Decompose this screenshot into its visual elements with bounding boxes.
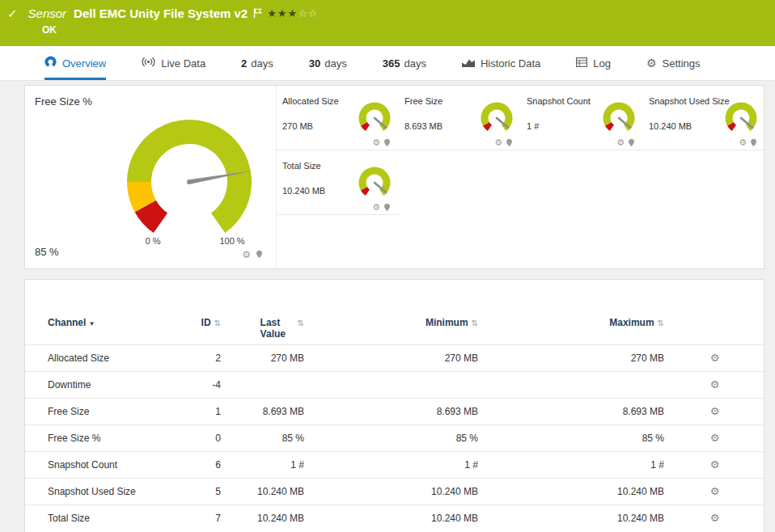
mini-gauge-dial [357,165,392,197]
column-header-maximum[interactable]: Maximum⇅ [480,302,664,344]
table-row: Snapshot Count 6 1 # 1 # 1 # ⚙ [25,451,765,478]
channel-last-value: 10.240 MB [226,505,308,531]
gauge-gear-icon[interactable]: ⚙ [616,138,625,148]
status-check-icon: ✓ [7,6,18,21]
tab-historic-data[interactable]: Historic Data [462,46,540,80]
channel-last-value: 85 % [226,424,308,451]
mini-gauge-title: Free Size [404,96,443,106]
channel-id: 7 [195,505,226,531]
mini-gauge-value: 10.240 MB [282,186,325,196]
overview-gauge-icon [44,56,57,70]
tab-365-days-number: 365 [383,57,400,70]
channel-id: -4 [195,371,226,398]
tab-overview-label: Overview [62,57,106,70]
channel-id: 5 [195,478,226,505]
sensor-status-badge: OK [42,24,57,36]
channel-minimum: 270 MB [308,344,480,371]
channel-name: Total Size [25,505,195,531]
sensor-title: Dell EMC Unity File System v2 [74,6,248,21]
settings-gear-icon: ⚙ [646,57,657,70]
mini-gauge-value: 10.240 MB [649,121,692,131]
channel-settings-icon[interactable]: ⚙ [710,458,720,471]
channel-maximum [480,371,664,398]
tab-overview[interactable]: Overview [44,46,106,80]
tab-log[interactable]: Log [576,46,611,80]
tab-bar: Overview Live Data 2 days 30 days 365 da… [0,46,775,81]
mini-gauge-dial [357,100,392,133]
tab-settings[interactable]: ⚙ Settings [646,46,701,80]
gauge-gear-icon[interactable]: ⚙ [739,138,747,148]
tab-2-days[interactable]: 2 days [241,46,273,80]
column-header-minimum[interactable]: Minimum⇅ [308,302,480,344]
object-kind-label: Sensor [28,6,67,21]
channel-maximum: 270 MB [480,344,664,371]
gauge-gear-icon[interactable]: ⚙ [242,250,251,260]
channel-settings-icon[interactable]: ⚙ [710,485,720,497]
historic-data-icon [462,57,475,70]
gauge-pin-icon[interactable] [256,247,263,262]
flag-icon[interactable] [253,7,262,22]
channel-id: 2 [195,344,226,371]
tab-30-days[interactable]: 30 days [309,46,347,80]
channel-settings-icon[interactable]: ⚙ [710,512,720,524]
free-size-gauge [112,103,266,238]
channel-minimum: 8.693 MB [308,398,480,424]
gauge-pin-icon[interactable] [383,201,391,215]
primary-channel-gauge: Free Size % 0 % 100 % 85 % ⚙ [25,86,276,268]
channel-minimum [308,371,480,398]
channel-settings-icon[interactable]: ⚙ [710,378,720,391]
gauge-pin-icon[interactable] [750,136,757,150]
tab-live-data-label: Live Data [161,57,205,70]
channel-id: 6 [195,451,226,478]
gauge-pin-icon[interactable] [383,136,391,150]
mini-gauge-title: Snapshot Count [527,96,591,106]
gauge-pin-icon[interactable] [506,136,513,150]
tab-30-days-number: 30 [309,57,320,70]
channel-name: Downtime [25,371,195,398]
column-header-id[interactable]: ID⇅ [195,302,226,344]
gauge-gear-icon[interactable]: ⚙ [372,138,380,148]
tab-settings-label: Settings [663,57,701,70]
channel-maximum: 10.240 MB [480,505,664,531]
channel-settings-icon[interactable]: ⚙ [710,405,720,417]
mini-gauge-total-size: Total Size 10.240 MB ⚙ [277,150,399,215]
channel-id: 1 [195,398,226,424]
gauge-panel: Free Size % 0 % 100 % 85 % ⚙ Allocated S… [24,85,764,269]
table-row: Total Size 7 10.240 MB 10.240 MB 10.240 … [25,505,765,531]
tab-2-days-number: 2 [241,57,247,70]
table-row: Allocated Size 2 270 MB 270 MB 270 MB ⚙ [25,344,765,371]
column-header-last-value[interactable]: Last Value⇅ [226,302,308,344]
sort-icon: ⇅ [214,319,221,327]
gauge-pin-icon[interactable] [628,136,635,150]
stars-filled: ★★★ [267,7,298,19]
channel-minimum: 1 # [308,451,480,478]
log-icon [576,57,587,70]
channels-table-panel: Channel▾ ID⇅ Last Value⇅ Minimum⇅ Maximu… [24,279,764,532]
tab-365-days[interactable]: 365 days [383,46,426,80]
gauge-gear-icon[interactable]: ⚙ [494,138,502,148]
column-header-last-value-label: Last Value [260,317,294,340]
column-header-channel-label: Channel [48,317,86,328]
mini-gauge-dial [601,100,637,133]
priority-stars[interactable]: ★★★☆☆ [267,7,318,20]
sensor-header: ✓ Sensor Dell EMC Unity File System v2 ★… [0,0,775,46]
gauge-gear-icon[interactable]: ⚙ [372,203,380,213]
channel-maximum: 85 % [480,424,664,451]
column-header-maximum-label: Maximum [609,317,654,328]
tab-2-days-label: days [251,57,273,70]
table-row: Free Size 1 8.693 MB 8.693 MB 8.693 MB ⚙ [25,398,765,424]
column-header-channel[interactable]: Channel▾ [25,302,195,344]
primary-gauge-value: 85 % [35,246,59,258]
mini-gauge-dial [723,100,759,133]
channel-maximum: 8.693 MB [480,398,664,424]
channel-last-value: 1 # [226,451,308,478]
channel-minimum: 85 % [308,424,480,451]
channel-settings-icon[interactable]: ⚙ [710,352,720,364]
column-header-id-label: ID [201,317,211,328]
mini-gauge-title: Snapshot Used Size [649,96,730,106]
channel-minimum: 10.240 MB [308,505,480,531]
channel-minimum: 10.240 MB [308,478,480,505]
channel-settings-icon[interactable]: ⚙ [710,432,720,444]
tab-live-data[interactable]: Live Data [142,46,205,80]
tab-historic-data-label: Historic Data [481,57,540,70]
